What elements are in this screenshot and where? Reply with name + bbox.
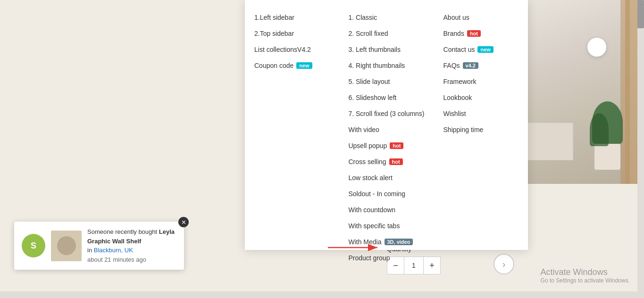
scrollbar-horizontal-track[interactable] xyxy=(0,291,644,298)
badge-new-contact: new xyxy=(477,46,493,53)
menu-item-low-stock[interactable]: Low stock alert xyxy=(348,170,424,186)
purchase-time: about 21 minutes ago xyxy=(87,256,146,263)
menu-item-with-video[interactable]: With video xyxy=(348,122,424,138)
badge-hot-upsell: hot xyxy=(390,142,403,149)
menu-item-faqs[interactable]: FAQs v4.2 xyxy=(443,58,519,74)
menu-item-left-sidebar[interactable]: 1.Left sidebar xyxy=(254,9,329,25)
menu-item-lookbook[interactable]: Lookbook xyxy=(443,90,519,106)
badge-3d-video: 3D, video xyxy=(385,239,413,245)
room-image xyxy=(521,0,644,184)
menu-item-wishlist[interactable]: Wishlist xyxy=(443,106,519,122)
dropdown-col-2: 1. Classic 2. Scroll fixed 3. Left thumb… xyxy=(339,9,434,240)
purchase-text: Someone recently bought Leyla Graphic Wa… xyxy=(87,227,176,264)
dropdown-col-3: About us Brands hot Contact us new FAQs … xyxy=(434,9,528,240)
menu-item-about-us[interactable]: About us xyxy=(443,9,519,25)
activate-windows-title: Activate Windows xyxy=(541,267,630,277)
nav-next-button[interactable]: › xyxy=(493,254,514,274)
menu-item-framework[interactable]: Framework xyxy=(443,74,519,90)
menu-item-specific-tabs[interactable]: With specific tabs xyxy=(348,218,424,234)
menu-item-right-thumbnails[interactable]: 4. Right thumbnails xyxy=(348,58,424,74)
menu-item-coupon-code[interactable]: Coupon code new xyxy=(254,58,329,74)
arrow-indicator xyxy=(328,240,385,255)
purchase-prefix: Someone recently bought xyxy=(87,228,157,235)
menu-item-slideshow-left[interactable]: 6. Slideshow left xyxy=(348,90,424,106)
menu-item-scroll-fixed-3col[interactable]: 7. Scroll fixed (3 columns) xyxy=(348,106,424,122)
badge-hot-cross: hot xyxy=(389,158,403,165)
menu-item-slide-layout[interactable]: 5. Slide layout xyxy=(348,74,424,90)
menu-item-scroll-fixed[interactable]: 2. Scroll fixed xyxy=(348,25,424,41)
menu-item-cross-selling[interactable]: Cross selling hot xyxy=(348,154,424,170)
menu-item-list-collections[interactable]: List collectionsV4.2 xyxy=(254,41,329,58)
shopify-icon: S xyxy=(22,234,45,257)
close-popup-button[interactable]: ✕ xyxy=(178,217,189,227)
location-text: Blackburn, UK xyxy=(94,247,133,254)
scrollbar-vertical-track[interactable] xyxy=(637,0,644,298)
activate-windows-subtitle: Go to Settings to activate Windows. xyxy=(541,277,630,284)
recent-purchase-popup: S Someone recently bought Leyla Graphic … xyxy=(14,222,184,270)
menu-item-soldout[interactable]: Soldout - In coming xyxy=(348,186,424,202)
menu-item-upsell-popup[interactable]: Upsell popup hot xyxy=(348,138,424,154)
badge-v42-faqs: v4.2 xyxy=(463,62,478,69)
menu-item-top-sidebar[interactable]: 2.Top sidebar xyxy=(254,25,329,41)
dropdown-col-1: 1.Left sidebar 2.Top sidebar List collec… xyxy=(245,9,339,240)
chevron-right-icon: › xyxy=(502,259,506,270)
menu-item-brands[interactable]: Brands hot xyxy=(443,25,519,41)
scrollbar-vertical-thumb[interactable] xyxy=(637,0,644,28)
menu-item-with-countdown[interactable]: With countdown xyxy=(348,202,424,218)
badge-new-coupon: new xyxy=(296,62,312,69)
location-prefix: in xyxy=(87,247,92,254)
badge-hot-brands: hot xyxy=(467,30,481,37)
menu-item-classic[interactable]: 1. Classic xyxy=(348,9,424,25)
activate-windows-watermark: Activate Windows Go to Settings to activ… xyxy=(541,267,630,284)
quantity-plus-button[interactable]: + xyxy=(423,257,440,274)
dropdown-menu: 1.Left sidebar 2.Top sidebar List collec… xyxy=(245,0,528,250)
menu-item-contact-us[interactable]: Contact us new xyxy=(443,41,519,58)
product-thumbnail xyxy=(51,231,82,261)
menu-item-left-thumbnails[interactable]: 3. Left thumbnails xyxy=(348,41,424,58)
menu-item-shipping-time[interactable]: Shipping time xyxy=(443,122,519,138)
